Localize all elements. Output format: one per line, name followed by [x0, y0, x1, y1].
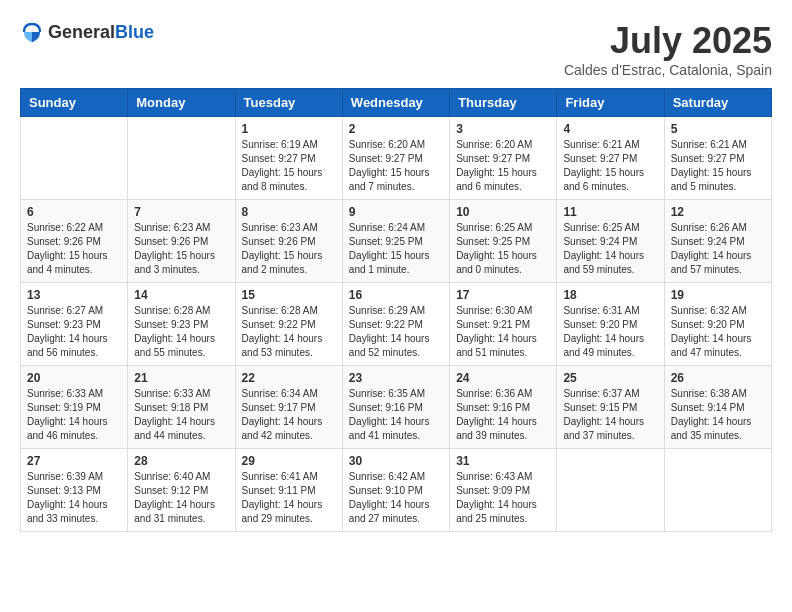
calendar-cell: 6Sunrise: 6:22 AMSunset: 9:26 PMDaylight… — [21, 200, 128, 283]
day-info: Sunrise: 6:22 AMSunset: 9:26 PMDaylight:… — [27, 221, 121, 277]
calendar-cell: 26Sunrise: 6:38 AMSunset: 9:14 PMDayligh… — [664, 366, 771, 449]
weekday-header-tuesday: Tuesday — [235, 89, 342, 117]
day-info: Sunrise: 6:28 AMSunset: 9:22 PMDaylight:… — [242, 304, 336, 360]
day-info: Sunrise: 6:19 AMSunset: 9:27 PMDaylight:… — [242, 138, 336, 194]
day-info: Sunrise: 6:29 AMSunset: 9:22 PMDaylight:… — [349, 304, 443, 360]
day-number: 9 — [349, 205, 443, 219]
calendar-cell: 9Sunrise: 6:24 AMSunset: 9:25 PMDaylight… — [342, 200, 449, 283]
day-number: 29 — [242, 454, 336, 468]
day-info: Sunrise: 6:34 AMSunset: 9:17 PMDaylight:… — [242, 387, 336, 443]
day-number: 19 — [671, 288, 765, 302]
day-number: 11 — [563, 205, 657, 219]
day-number: 18 — [563, 288, 657, 302]
day-number: 20 — [27, 371, 121, 385]
calendar: SundayMondayTuesdayWednesdayThursdayFrid… — [20, 88, 772, 532]
day-info: Sunrise: 6:37 AMSunset: 9:15 PMDaylight:… — [563, 387, 657, 443]
calendar-cell: 10Sunrise: 6:25 AMSunset: 9:25 PMDayligh… — [450, 200, 557, 283]
day-number: 15 — [242, 288, 336, 302]
day-number: 17 — [456, 288, 550, 302]
calendar-cell: 3Sunrise: 6:20 AMSunset: 9:27 PMDaylight… — [450, 117, 557, 200]
day-number: 27 — [27, 454, 121, 468]
day-number: 5 — [671, 122, 765, 136]
day-number: 6 — [27, 205, 121, 219]
day-info: Sunrise: 6:27 AMSunset: 9:23 PMDaylight:… — [27, 304, 121, 360]
day-number: 16 — [349, 288, 443, 302]
day-number: 12 — [671, 205, 765, 219]
day-number: 22 — [242, 371, 336, 385]
day-info: Sunrise: 6:39 AMSunset: 9:13 PMDaylight:… — [27, 470, 121, 526]
day-info: Sunrise: 6:24 AMSunset: 9:25 PMDaylight:… — [349, 221, 443, 277]
header: GeneralBlue July 2025 Caldes d'Estrac, C… — [20, 20, 772, 78]
day-info: Sunrise: 6:42 AMSunset: 9:10 PMDaylight:… — [349, 470, 443, 526]
calendar-cell: 19Sunrise: 6:32 AMSunset: 9:20 PMDayligh… — [664, 283, 771, 366]
calendar-week-3: 13Sunrise: 6:27 AMSunset: 9:23 PMDayligh… — [21, 283, 772, 366]
calendar-cell: 15Sunrise: 6:28 AMSunset: 9:22 PMDayligh… — [235, 283, 342, 366]
day-number: 24 — [456, 371, 550, 385]
calendar-cell — [21, 117, 128, 200]
day-info: Sunrise: 6:33 AMSunset: 9:19 PMDaylight:… — [27, 387, 121, 443]
day-number: 25 — [563, 371, 657, 385]
calendar-week-2: 6Sunrise: 6:22 AMSunset: 9:26 PMDaylight… — [21, 200, 772, 283]
calendar-cell: 2Sunrise: 6:20 AMSunset: 9:27 PMDaylight… — [342, 117, 449, 200]
day-info: Sunrise: 6:35 AMSunset: 9:16 PMDaylight:… — [349, 387, 443, 443]
calendar-cell: 16Sunrise: 6:29 AMSunset: 9:22 PMDayligh… — [342, 283, 449, 366]
month-title: July 2025 — [564, 20, 772, 62]
day-info: Sunrise: 6:41 AMSunset: 9:11 PMDaylight:… — [242, 470, 336, 526]
day-number: 3 — [456, 122, 550, 136]
calendar-cell: 29Sunrise: 6:41 AMSunset: 9:11 PMDayligh… — [235, 449, 342, 532]
day-number: 2 — [349, 122, 443, 136]
calendar-cell: 28Sunrise: 6:40 AMSunset: 9:12 PMDayligh… — [128, 449, 235, 532]
day-info: Sunrise: 6:33 AMSunset: 9:18 PMDaylight:… — [134, 387, 228, 443]
logo-general: General — [48, 22, 115, 42]
day-number: 26 — [671, 371, 765, 385]
calendar-cell: 22Sunrise: 6:34 AMSunset: 9:17 PMDayligh… — [235, 366, 342, 449]
calendar-week-5: 27Sunrise: 6:39 AMSunset: 9:13 PMDayligh… — [21, 449, 772, 532]
calendar-cell: 23Sunrise: 6:35 AMSunset: 9:16 PMDayligh… — [342, 366, 449, 449]
calendar-cell — [128, 117, 235, 200]
day-number: 1 — [242, 122, 336, 136]
day-info: Sunrise: 6:25 AMSunset: 9:25 PMDaylight:… — [456, 221, 550, 277]
day-info: Sunrise: 6:26 AMSunset: 9:24 PMDaylight:… — [671, 221, 765, 277]
day-info: Sunrise: 6:36 AMSunset: 9:16 PMDaylight:… — [456, 387, 550, 443]
calendar-cell: 8Sunrise: 6:23 AMSunset: 9:26 PMDaylight… — [235, 200, 342, 283]
calendar-cell: 21Sunrise: 6:33 AMSunset: 9:18 PMDayligh… — [128, 366, 235, 449]
day-info: Sunrise: 6:28 AMSunset: 9:23 PMDaylight:… — [134, 304, 228, 360]
calendar-cell — [664, 449, 771, 532]
calendar-cell: 30Sunrise: 6:42 AMSunset: 9:10 PMDayligh… — [342, 449, 449, 532]
day-number: 7 — [134, 205, 228, 219]
day-info: Sunrise: 6:38 AMSunset: 9:14 PMDaylight:… — [671, 387, 765, 443]
location-title: Caldes d'Estrac, Catalonia, Spain — [564, 62, 772, 78]
day-info: Sunrise: 6:40 AMSunset: 9:12 PMDaylight:… — [134, 470, 228, 526]
day-info: Sunrise: 6:43 AMSunset: 9:09 PMDaylight:… — [456, 470, 550, 526]
day-info: Sunrise: 6:30 AMSunset: 9:21 PMDaylight:… — [456, 304, 550, 360]
calendar-cell — [557, 449, 664, 532]
day-info: Sunrise: 6:23 AMSunset: 9:26 PMDaylight:… — [134, 221, 228, 277]
calendar-cell: 31Sunrise: 6:43 AMSunset: 9:09 PMDayligh… — [450, 449, 557, 532]
weekday-header-thursday: Thursday — [450, 89, 557, 117]
day-info: Sunrise: 6:25 AMSunset: 9:24 PMDaylight:… — [563, 221, 657, 277]
calendar-cell: 4Sunrise: 6:21 AMSunset: 9:27 PMDaylight… — [557, 117, 664, 200]
weekday-header-saturday: Saturday — [664, 89, 771, 117]
calendar-week-1: 1Sunrise: 6:19 AMSunset: 9:27 PMDaylight… — [21, 117, 772, 200]
day-number: 4 — [563, 122, 657, 136]
day-info: Sunrise: 6:31 AMSunset: 9:20 PMDaylight:… — [563, 304, 657, 360]
day-info: Sunrise: 6:21 AMSunset: 9:27 PMDaylight:… — [671, 138, 765, 194]
day-number: 31 — [456, 454, 550, 468]
calendar-cell: 27Sunrise: 6:39 AMSunset: 9:13 PMDayligh… — [21, 449, 128, 532]
day-info: Sunrise: 6:21 AMSunset: 9:27 PMDaylight:… — [563, 138, 657, 194]
day-number: 14 — [134, 288, 228, 302]
day-info: Sunrise: 6:23 AMSunset: 9:26 PMDaylight:… — [242, 221, 336, 277]
calendar-cell: 5Sunrise: 6:21 AMSunset: 9:27 PMDaylight… — [664, 117, 771, 200]
day-info: Sunrise: 6:20 AMSunset: 9:27 PMDaylight:… — [456, 138, 550, 194]
weekday-header-sunday: Sunday — [21, 89, 128, 117]
day-number: 28 — [134, 454, 228, 468]
calendar-cell: 25Sunrise: 6:37 AMSunset: 9:15 PMDayligh… — [557, 366, 664, 449]
logo-text: GeneralBlue — [48, 22, 154, 43]
day-info: Sunrise: 6:20 AMSunset: 9:27 PMDaylight:… — [349, 138, 443, 194]
day-number: 10 — [456, 205, 550, 219]
day-number: 21 — [134, 371, 228, 385]
weekday-header-wednesday: Wednesday — [342, 89, 449, 117]
day-number: 8 — [242, 205, 336, 219]
calendar-cell: 11Sunrise: 6:25 AMSunset: 9:24 PMDayligh… — [557, 200, 664, 283]
calendar-cell: 7Sunrise: 6:23 AMSunset: 9:26 PMDaylight… — [128, 200, 235, 283]
